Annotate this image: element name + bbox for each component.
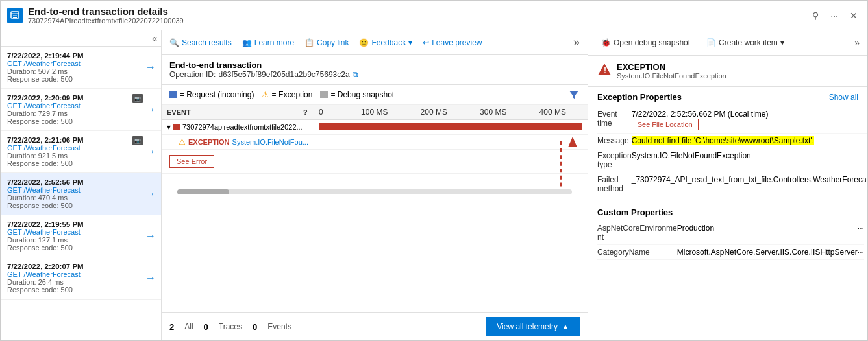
item-arrow-button[interactable]: → — [145, 230, 156, 242]
list-item[interactable]: 7/22/2022, 2:19:55 PM GET /WeatherForeca… — [1, 215, 161, 257]
exception-section: ! EXCEPTION System.IO.FileNotFoundExcept… — [588, 56, 867, 87]
scrollbar-thumb[interactable] — [177, 189, 229, 194]
create-work-item-button[interactable]: 📄 Create work item ▾ — [701, 36, 789, 50]
window-title: End-to-end transaction details — [28, 6, 804, 17]
category-row: CategoryName Microsoft.AspNetCore.Server… — [597, 245, 864, 260]
copy-link-button[interactable]: 📋 Copy link — [304, 38, 349, 47]
failed-method-label: Failed method — [597, 172, 632, 196]
copy-id-icon[interactable]: ⧉ — [353, 70, 358, 79]
item-arrow-button[interactable]: → — [145, 146, 156, 158]
list-item[interactable]: 7/22/2022, 2:21:06 PM GET /WeatherForeca… — [1, 131, 161, 173]
open-debug-button[interactable]: 🐞 Open debug snapshot — [596, 36, 695, 50]
item-duration: Duration: 470.4 ms — [7, 194, 155, 202]
bottom-bar: 2 All 0 Traces 0 Events View all telemet… — [162, 312, 588, 340]
failed-method-row: Failed method _73072974_API_read_text_fr… — [597, 172, 867, 196]
list-item[interactable]: 7/22/2022, 2:20:09 PM GET /WeatherForeca… — [1, 89, 161, 131]
category-more[interactable]: ··· — [858, 245, 864, 260]
app-icon — [7, 8, 23, 23]
legend-request-box — [169, 91, 177, 98]
exception-type-value: System.IO.FileNotFoundException — [632, 148, 867, 172]
feedback-chevron-icon: ▾ — [408, 38, 412, 47]
list-item[interactable]: 7/22/2022, 2:52:56 PM GET /WeatherForeca… — [1, 173, 161, 215]
custom-props-title: Custom Properties — [597, 207, 858, 217]
row2-name: ⚠ EXCEPTION System.IO.FileNotFou... — [162, 135, 314, 150]
item-code: Response code: 500 — [7, 117, 155, 125]
see-error-button[interactable]: See Error — [169, 155, 214, 168]
leave-preview-button[interactable]: ↩ Leave preview — [423, 38, 482, 47]
item-code: Response code: 500 — [7, 159, 155, 167]
traces-label: Traces — [219, 322, 242, 331]
asp-label: AspNetCoreEnvironme nt — [597, 221, 677, 245]
message-row: Message Could not find file 'C:\home\sit… — [597, 134, 867, 148]
search-results-button[interactable]: 🔍 Search results — [169, 38, 232, 47]
item-duration: Duration: 507.2 ms — [7, 67, 155, 75]
operation-label: Operation ID: — [169, 70, 216, 79]
custom-props-table: AspNetCoreEnvironme nt Production ··· Ca… — [597, 221, 864, 260]
item-date: 7/22/2022, 2:52:56 PM — [7, 178, 155, 186]
see-error-row: See Error — [162, 150, 588, 174]
row1-name: ▾ 73072974apireadtextfromtxtfile2022... — [162, 120, 314, 135]
app-window: End-to-end transaction details 73072974A… — [0, 0, 868, 341]
exception-type-label: Exception type — [597, 148, 632, 172]
close-button[interactable]: ✕ — [847, 9, 861, 22]
event-time-label: Event time — [597, 107, 632, 134]
view-all-button[interactable]: View all telemetry ▲ — [486, 317, 580, 336]
transaction-header: End-to-end transaction Operation ID: d63… — [162, 55, 588, 85]
see-file-button[interactable]: See File Location — [632, 119, 699, 130]
show-all-link[interactable]: Show all — [829, 93, 858, 102]
dashed-line-row — [162, 174, 588, 187]
legend-debug-box — [320, 91, 328, 98]
item-arrow-button[interactable]: → — [145, 188, 156, 200]
filter-icon[interactable] — [568, 89, 580, 100]
timeline-legend: = Request (incoming) ⚠ = Exception = Deb… — [162, 85, 588, 105]
transaction-title: End-to-end transaction — [169, 60, 580, 70]
collapse-button[interactable]: « — [148, 30, 161, 46]
scrollbar-container — [162, 187, 588, 197]
expand-button[interactable]: » — [573, 36, 580, 49]
item-duration: Duration: 26.4 ms — [7, 278, 155, 286]
item-arrow-button[interactable]: → — [145, 272, 156, 284]
table-row[interactable]: ⚠ EXCEPTION System.IO.FileNotFou... — [162, 135, 588, 150]
category-value: Microsoft.AspNetCore.Server.IIS.Core.IIS… — [677, 245, 858, 260]
asp-value: Production — [677, 221, 858, 245]
properties-header: Exception Properties Show all — [597, 92, 858, 102]
col-timeline: 0 100 MS 200 MS 300 MS 400 MS — [314, 105, 588, 120]
list-item[interactable]: 7/22/2022, 2:19:44 PM GET /WeatherForeca… — [1, 47, 161, 89]
item-code: Response code: 500 — [7, 75, 155, 83]
traces-count: 0 — [204, 322, 208, 332]
right-expand-button[interactable]: » — [854, 38, 860, 48]
expand-row-icon[interactable]: ▾ — [167, 123, 171, 132]
list-item[interactable]: 7/22/2022, 2:20:07 PM GET /WeatherForeca… — [1, 257, 161, 300]
asp-more[interactable]: ··· — [858, 221, 864, 245]
item-code: Response code: 500 — [7, 244, 155, 252]
feedback-button[interactable]: 🙂 Feedback ▾ — [359, 38, 412, 47]
work-item-icon: 📄 — [706, 38, 716, 47]
more-button[interactable]: ··· — [827, 9, 841, 22]
learn-more-button[interactable]: 👥 Learn more — [242, 38, 294, 47]
dashed-vertical-line — [560, 141, 562, 193]
pin-button[interactable]: ⚲ — [809, 9, 822, 22]
failed-method-value: _73072974_API_read_text_from_txt_file.Co… — [632, 172, 867, 196]
operation-id-value: d63f5e57bf89ef205d1a2b9c75693c2a — [218, 70, 349, 79]
legend-request: = Request (incoming) — [169, 90, 254, 99]
axis-400: 400 MS — [523, 108, 583, 117]
item-arrow-button[interactable]: → — [145, 62, 156, 73]
row2-bar-cell — [314, 135, 588, 150]
right-panel: 🐞 Open debug snapshot 📄 Create work item… — [588, 30, 867, 340]
timeline-scrollbar[interactable] — [177, 189, 572, 194]
exception-info: EXCEPTION System.IO.FileNotFoundExceptio… — [617, 62, 726, 80]
message-value: Could not find file 'C:\home\site\wwwroo… — [632, 134, 867, 148]
item-date: 7/22/2022, 2:20:07 PM — [7, 263, 155, 270]
middle-toolbar: 🔍 Search results 👥 Learn more 📋 Copy lin… — [162, 30, 588, 55]
item-method: GET /WeatherForecast — [7, 228, 155, 236]
snapshot-icon: 📷 — [132, 136, 143, 145]
item-date: 7/22/2022, 2:19:55 PM — [7, 220, 155, 228]
left-panel-header: « — [1, 30, 161, 47]
col-help: ? — [298, 105, 314, 120]
item-code: Response code: 500 — [7, 286, 155, 294]
properties-title: Exception Properties — [597, 92, 682, 102]
table-row[interactable]: ▾ 73072974apireadtextfromtxtfile2022... — [162, 120, 588, 135]
item-date: 7/22/2022, 2:19:44 PM — [7, 52, 155, 60]
item-arrow-button[interactable]: → — [145, 104, 156, 115]
svg-marker-4 — [569, 91, 578, 99]
